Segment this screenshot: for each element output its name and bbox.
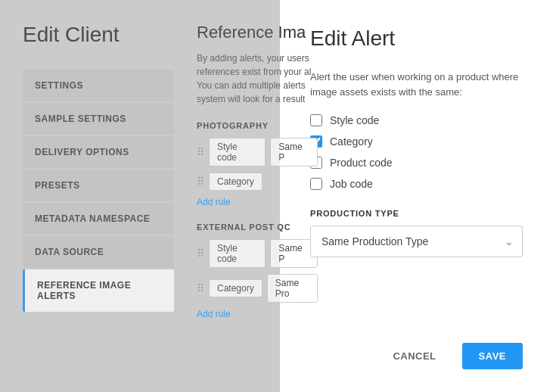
ref-section-title: Reference Ima — [197, 23, 318, 42]
photography-add-rule[interactable]: Add rule — [197, 197, 318, 207]
tag-style-code-1[interactable]: Style code — [209, 138, 266, 166]
button-row: CANCEL SAVE — [310, 343, 523, 369]
checkbox-product-code-label: Product code — [330, 157, 393, 169]
checkbox-category[interactable]: Category — [310, 135, 523, 148]
ext-row-2: ⠿ Category Same Pro — [197, 274, 318, 303]
screen: Edit Client SETTINGS SAMPLE SETTINGS DEL… — [0, 0, 553, 392]
tag-same-p-1[interactable]: Same P — [270, 138, 318, 166]
edit-alert-title: Edit Alert — [310, 26, 523, 51]
sidebar-item-delivery-options[interactable]: DELIVERY OPTIONS — [23, 136, 174, 168]
checkbox-job-code[interactable]: Job code — [310, 178, 523, 190]
ext-row-1: ⠿ Style code Same P — [197, 239, 318, 268]
drag-handle-icon-3[interactable]: ⠿ — [197, 247, 204, 260]
checkbox-product-code[interactable]: Product code — [310, 157, 523, 169]
external-post-qc-label: EXTERNAL POST QC — [197, 222, 318, 232]
photography-row-1: ⠿ Style code Same P — [197, 138, 318, 166]
photography-row-2: ⠿ Category — [197, 173, 318, 191]
edit-alert-panel: Edit Alert Alert the user when working o… — [280, 0, 553, 392]
checkbox-category-label: Category — [330, 135, 373, 148]
sidebar-item-metadata-namespace[interactable]: METADATA NAMESPACE — [23, 203, 174, 235]
production-type-select[interactable]: Same Production Type Any Production Type — [310, 226, 523, 257]
tag-category-2[interactable]: Category — [209, 279, 263, 297]
drag-handle-icon-4[interactable]: ⠿ — [197, 282, 204, 294]
sidebar-item-sample-settings[interactable]: SAMPLE SETTINGS — [23, 103, 174, 135]
sidebar-item-settings[interactable]: SETTINGS — [23, 70, 174, 101]
tag-same-pro-2[interactable]: Same Pro — [267, 274, 318, 303]
photography-label: PHOTOGRAPHY — [197, 121, 318, 130]
sidebar-item-reference-image-alerts[interactable]: REFERENCE IMAGE ALERTS — [23, 269, 174, 312]
alert-description: Alert the user when working on a product… — [310, 70, 523, 99]
checkbox-job-code-label: Job code — [330, 178, 373, 190]
checkbox-group: Style code Category Product code Job cod… — [310, 114, 523, 190]
production-type-label: PRODUCTION TYPE — [310, 209, 523, 218]
left-panel: Edit Client SETTINGS SAMPLE SETTINGS DEL… — [0, 0, 280, 392]
tag-style-code-2[interactable]: Style code — [209, 239, 266, 268]
checkbox-style-code[interactable]: Style code — [310, 114, 523, 126]
sidebar-item-data-source[interactable]: DATA SOURCE — [23, 236, 174, 268]
spacer — [310, 257, 523, 343]
checkbox-style-code-label: Style code — [330, 114, 379, 126]
sidebar-item-presets[interactable]: PRESETS — [23, 170, 174, 201]
sidebar: SETTINGS SAMPLE SETTINGS DELIVERY OPTION… — [23, 70, 174, 312]
cancel-button[interactable]: CANCEL — [376, 343, 452, 369]
drag-handle-icon[interactable]: ⠿ — [197, 146, 204, 158]
production-type-select-wrapper: Same Production Type Any Production Type… — [310, 226, 523, 257]
drag-handle-icon-2[interactable]: ⠿ — [197, 176, 204, 188]
save-button[interactable]: SAVE — [462, 343, 523, 369]
ext-add-rule[interactable]: Add rule — [197, 309, 318, 319]
tag-category-1[interactable]: Category — [209, 173, 263, 191]
ref-section-description: By adding alerts, your users references … — [197, 51, 318, 106]
ref-section: Reference Ima By adding alerts, your use… — [197, 23, 318, 334]
